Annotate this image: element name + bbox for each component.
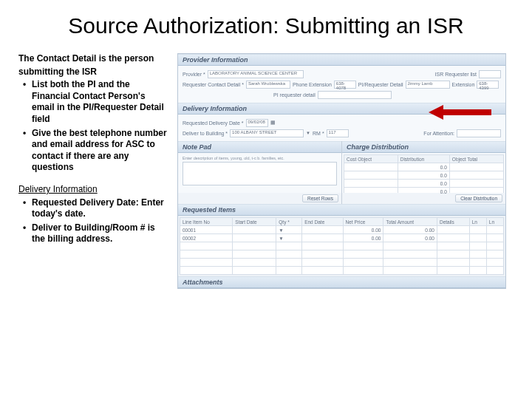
table-row <box>180 267 504 275</box>
phone-ext-label: Phone Extension <box>293 82 332 87</box>
bullet-3: Requested Delivery Date: Enter today's d… <box>23 197 170 220</box>
requested-items-table: Line Item No Start Date Qty * End Date N… <box>180 217 504 275</box>
bullet-1: List both the PI and the Financial Conta… <box>23 79 170 125</box>
room-field[interactable]: 117 <box>327 129 349 137</box>
req-h-netprice: Net Price <box>343 218 383 226</box>
req-h-ln2: Ln <box>486 218 503 226</box>
table-row <box>180 259 504 267</box>
delivery-date-field[interactable]: 09/02/08 <box>246 119 268 127</box>
phone-ext-field[interactable]: 638-4078 <box>334 81 356 89</box>
charge-table: Cost Object Distribution Object Total 0.… <box>344 154 504 196</box>
notepad-bar: Note Pad <box>178 141 341 153</box>
pi-detail-field[interactable] <box>318 91 392 99</box>
pi-requester-label: PI/Requester Detail <box>358 82 403 87</box>
extension-field[interactable]: 638-4399 <box>477 81 499 89</box>
attachments-bar: Attachments <box>178 276 505 288</box>
charge-header-objecttotal: Object Total <box>449 155 503 163</box>
table-row <box>180 242 504 250</box>
provider-info-bar: Provider Information <box>178 54 505 66</box>
charge-header-costobject: Cost Object <box>344 155 398 163</box>
notepad-textarea[interactable] <box>183 162 337 185</box>
charge-header-distribution: Distribution <box>398 155 449 163</box>
extension-label: Extension <box>452 82 475 87</box>
isr-requester-label: ISR Requester list <box>435 72 477 77</box>
reset-rows-button[interactable]: Reset Rows <box>302 194 338 202</box>
for-attention-field[interactable] <box>457 129 501 137</box>
pi-requester-field[interactable]: Jimmy Lamb <box>406 81 450 89</box>
req-h-totalamount: Total Amount <box>383 218 437 226</box>
notepad-hint: Enter description of items, young, old, … <box>183 156 337 160</box>
requested-items-bar: Requested Items <box>178 204 505 216</box>
slide-title: Source Authorization: Submitting an ISR <box>15 13 517 38</box>
isr-requester-field[interactable] <box>479 70 501 78</box>
clear-distribution-button[interactable]: Clear Distribution <box>455 194 502 202</box>
building-label: Deliver to Building * <box>183 131 228 136</box>
pi-detail-label: PI requester detail <box>273 92 316 98</box>
building-field[interactable]: 100 ALBANY STREET <box>230 129 304 137</box>
table-row: 0.0 <box>344 171 504 180</box>
intro-line1: The Contact Detail is the person <box>18 53 170 65</box>
req-h-qty: Qty * <box>276 218 302 226</box>
delivery-info-bar: Delivery Information <box>178 103 505 115</box>
for-attention-label: For Attention: <box>423 131 454 136</box>
contact-detail-field[interactable]: Sarah Wroblewska <box>246 81 290 89</box>
charge-dist-bar: Charge Distribution <box>342 141 505 153</box>
contact-detail-label: Requester Contact Detail * <box>183 82 244 87</box>
req-h-lineitem: Line Item No <box>180 218 233 226</box>
table-row: 00002▼0.000.00 <box>180 234 504 242</box>
delivery-heading: Delivery Information <box>18 184 170 196</box>
bullet-4: Deliver to Building/Room # is the billin… <box>23 222 170 245</box>
calendar-icon[interactable]: ▦ <box>270 120 276 126</box>
bullet-2: Give the best telephone number and email… <box>23 128 170 174</box>
req-h-startdate: Start Date <box>233 218 276 226</box>
table-row: 0.0 <box>344 180 504 188</box>
req-h-enddate: End Date <box>302 218 343 226</box>
table-row <box>180 250 504 259</box>
room-label: RM * <box>313 131 324 136</box>
delivery-date-label: Requested Delivery Date * <box>183 120 244 126</box>
app-screenshot: Provider Information Provider * LABORATO… <box>177 53 506 289</box>
table-row: 0.0 <box>344 163 504 171</box>
dropdown-icon[interactable]: ▼ <box>306 131 310 135</box>
table-row: 00001▼0.000.00 <box>180 226 504 234</box>
provider-field[interactable]: LABORATORY ANIMAL SCIENCE CENTER <box>208 70 304 78</box>
provider-label: Provider * <box>183 72 205 77</box>
req-h-ln1: Ln <box>469 218 486 226</box>
instructions-panel: The Contact Detail is the person submitt… <box>18 53 177 289</box>
intro-line2: submitting the ISR <box>18 66 170 78</box>
req-h-details: Details <box>437 218 469 226</box>
